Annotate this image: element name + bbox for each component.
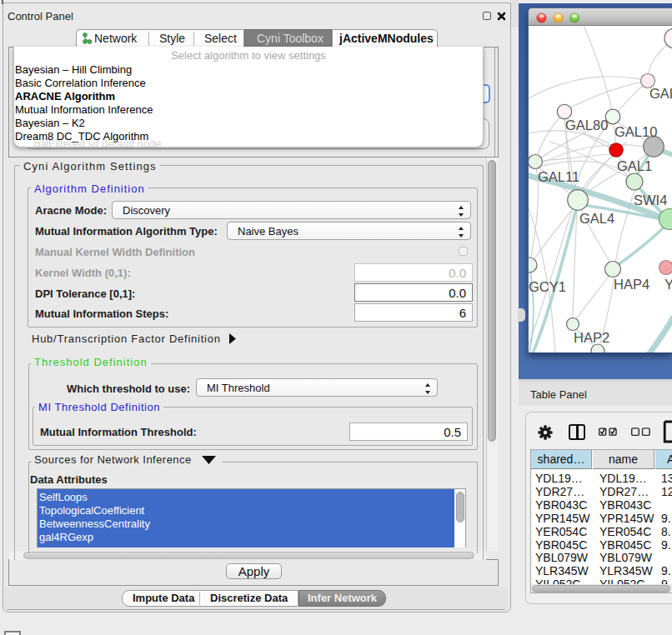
svg-text:GAL1: GAL1 <box>617 158 652 173</box>
svg-text:HAP4: HAP4 <box>614 277 649 292</box>
svg-text:GAL11: GAL11 <box>538 169 579 184</box>
svg-text:GAL4: GAL4 <box>579 211 614 226</box>
svg-text:GAL80: GAL80 <box>565 118 608 132</box>
svg-text:GAL2: GAL2 <box>649 86 672 101</box>
svg-text:HAP2: HAP2 <box>574 330 609 345</box>
svg-text:GAL10: GAL10 <box>614 124 657 139</box>
svg-text:SWI4: SWI4 <box>634 192 667 208</box>
svg-text:YD: YD <box>664 277 672 292</box>
svg-text:GCY1: GCY1 <box>529 279 566 294</box>
